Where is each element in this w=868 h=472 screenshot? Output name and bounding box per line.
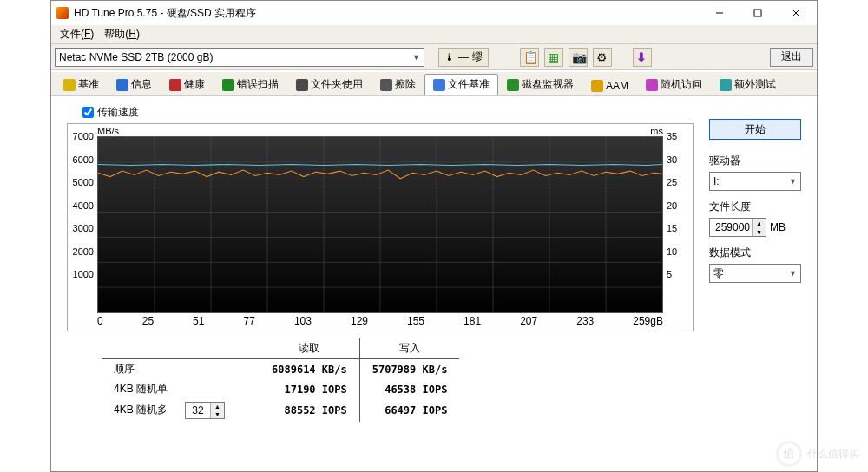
tab-icon bbox=[63, 79, 76, 91]
temperature-display: 🌡 — 缪 bbox=[438, 48, 489, 67]
close-button[interactable] bbox=[780, 3, 812, 23]
thermometer-icon: 🌡 bbox=[444, 51, 455, 63]
app-icon bbox=[56, 7, 69, 19]
maximize-button[interactable] bbox=[742, 3, 773, 23]
transfer-speed-checkbox[interactable] bbox=[82, 107, 94, 118]
tab-icon bbox=[296, 79, 308, 91]
queue-depth-spinner[interactable]: ▲▼ bbox=[185, 402, 225, 419]
save-button[interactable]: ⬇ bbox=[633, 48, 652, 67]
tab-8[interactable]: AAM bbox=[582, 76, 637, 95]
tab-5[interactable]: 擦除 bbox=[372, 74, 424, 95]
tab-icon bbox=[720, 79, 732, 91]
tab-4[interactable]: 文件夹使用 bbox=[287, 74, 372, 95]
tab-icon bbox=[507, 79, 519, 91]
file-length-label: 文件长度 bbox=[709, 200, 801, 214]
window-title: HD Tune Pro 5.75 - 硬盘/SSD 实用程序 bbox=[74, 6, 704, 21]
queue-depth-input[interactable] bbox=[186, 403, 210, 418]
tab-7[interactable]: 磁盘监视器 bbox=[498, 74, 582, 95]
tab-10[interactable]: 额外测试 bbox=[711, 74, 785, 95]
drive-selector-value: Netac NVMe SSD 2TB (2000 gB) bbox=[59, 51, 213, 63]
tab-1[interactable]: 信息 bbox=[108, 74, 161, 95]
data-mode-label: 数据模式 bbox=[709, 246, 801, 260]
chevron-down-icon: ▼ bbox=[412, 53, 420, 62]
tab-0[interactable]: 基准 bbox=[55, 74, 108, 95]
transfer-speed-label: 传输速度 bbox=[97, 105, 139, 120]
copy-chart-button[interactable]: ▦ bbox=[544, 48, 563, 67]
tab-icon bbox=[116, 79, 128, 91]
results-table: 读取写入顺序6089614 KB/s5707989 KB/s4KB 随机单171… bbox=[102, 338, 694, 422]
svg-rect-1 bbox=[754, 10, 761, 16]
menu-file[interactable]: 文件(F) bbox=[55, 25, 99, 43]
exit-button[interactable]: 退出 bbox=[770, 48, 813, 67]
start-button[interactable]: 开始 bbox=[709, 119, 801, 140]
file-length-down[interactable]: ▼ bbox=[753, 227, 766, 236]
tab-2[interactable]: 健康 bbox=[161, 74, 214, 95]
tab-icon bbox=[380, 79, 392, 91]
tab-icon bbox=[433, 79, 445, 91]
watermark: 值 什么值得买 bbox=[776, 441, 859, 467]
y-left-label: MB/s bbox=[97, 126, 119, 136]
copy-info-button[interactable]: 📋 bbox=[520, 48, 539, 67]
data-mode-select[interactable]: 零▼ bbox=[709, 264, 801, 283]
screenshot-button[interactable]: 📷 bbox=[569, 48, 588, 67]
tab-3[interactable]: 错误扫描 bbox=[214, 74, 287, 95]
tab-9[interactable]: 随机访问 bbox=[637, 74, 711, 95]
chart-area: MB/s ms 7000600050004000300020001000 bbox=[67, 123, 694, 331]
menu-help[interactable]: 帮助(H) bbox=[99, 25, 145, 43]
file-length-up[interactable]: ▲ bbox=[753, 219, 766, 227]
file-length-spinner[interactable]: ▲▼ bbox=[709, 218, 766, 237]
tab-6[interactable]: 文件基准 bbox=[424, 74, 498, 95]
tab-icon bbox=[222, 79, 234, 91]
file-length-unit: MB bbox=[770, 221, 786, 233]
drive-selector[interactable]: Netac NVMe SSD 2TB (2000 gB) ▼ bbox=[55, 48, 424, 67]
y-right-label: ms bbox=[650, 126, 663, 136]
file-length-input[interactable] bbox=[710, 219, 752, 236]
minimize-button[interactable] bbox=[704, 3, 735, 23]
tab-icon bbox=[646, 79, 658, 91]
drive-letter-select[interactable]: I:▼ bbox=[709, 172, 801, 191]
tab-icon bbox=[169, 79, 181, 91]
tab-icon bbox=[591, 80, 603, 92]
drive-label: 驱动器 bbox=[709, 154, 801, 168]
options-button[interactable]: ⚙ bbox=[593, 48, 612, 67]
